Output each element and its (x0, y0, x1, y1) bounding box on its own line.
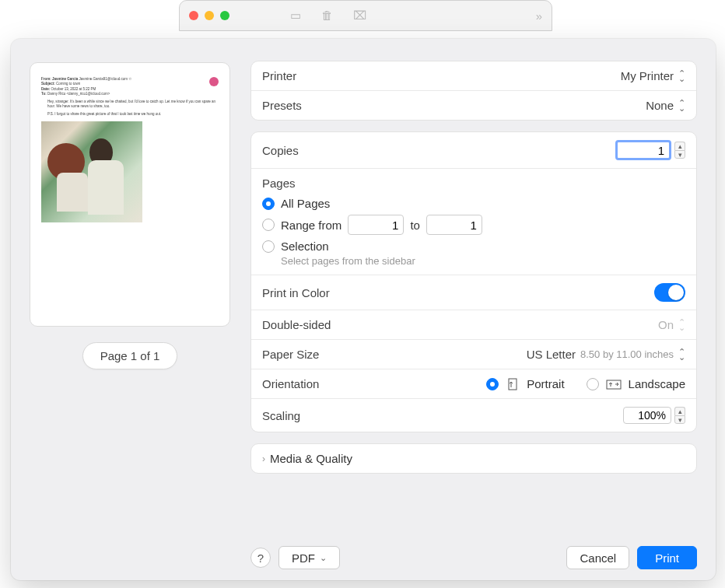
chevron-updown-icon: ⌃⌄ (678, 349, 685, 360)
presets-popup[interactable]: None ⌃⌄ (646, 99, 685, 112)
printer-label: Printer (262, 69, 296, 82)
scaling-stepper[interactable]: ▴ ▾ (623, 407, 685, 424)
orientation-portrait-radio[interactable] (486, 378, 499, 390)
preview-photo (41, 121, 142, 222)
page-indicator: Page 1 of 1 (82, 342, 178, 369)
double-sided-popup[interactable]: On ⌃⌄ (658, 318, 685, 331)
dialog-footer: ? PDF ⌄ Cancel Print (250, 537, 697, 569)
stepper-down-icon[interactable]: ▾ (674, 150, 685, 159)
print-color-toggle[interactable] (654, 283, 685, 302)
pages-range-radio[interactable] (262, 219, 275, 231)
copies-stepper[interactable]: ▴ ▾ (615, 140, 685, 160)
landscape-icon (605, 378, 622, 390)
orientation-landscape-radio[interactable] (587, 378, 599, 390)
mail-window-titlebar: ▭ 🗑 ⌧ » (179, 0, 552, 31)
paper-size-popup[interactable]: US Letter 8.50 by 11.00 inches ⌃⌄ (527, 348, 685, 361)
svg-rect-0 (509, 379, 517, 390)
printer-popup[interactable]: My Printer ⌃⌄ (621, 69, 685, 82)
print-settings-pane: Printer My Printer ⌃⌄ Presets None ⌃⌄ Co… (249, 39, 716, 580)
stepper-up-icon[interactable]: ▴ (674, 407, 685, 415)
scaling-input[interactable] (623, 407, 671, 424)
chevron-updown-icon: ⌃⌄ (678, 100, 685, 111)
chevron-updown-icon: ⌃⌄ (678, 71, 685, 82)
pages-selection-radio[interactable] (262, 240, 275, 253)
paper-size-label: Paper Size (262, 348, 319, 361)
zoom-window-icon[interactable] (220, 11, 229, 20)
copies-input[interactable] (615, 140, 671, 160)
range-from-input[interactable] (348, 215, 404, 235)
copies-label: Copies (262, 144, 299, 157)
cancel-button[interactable]: Cancel (566, 546, 629, 569)
pages-all-label: All Pages (281, 197, 330, 210)
presets-label: Presets (262, 99, 302, 112)
range-to-input[interactable] (426, 215, 482, 235)
archive-icon: ▭ (290, 9, 301, 23)
scaling-label: Scaling (262, 409, 300, 422)
pages-range-label: Range from (281, 219, 341, 232)
print-button[interactable]: Print (637, 546, 697, 569)
print-color-label: Print in Color (262, 286, 330, 299)
orientation-portrait-label: Portrait (527, 377, 564, 390)
chevron-down-icon: ⌄ (320, 553, 327, 563)
svg-rect-1 (607, 380, 621, 389)
stepper-up-icon[interactable]: ▴ (674, 142, 685, 150)
range-to-label: to (410, 219, 420, 232)
pdf-menu-button[interactable]: PDF ⌄ (278, 546, 340, 569)
avatar (209, 77, 219, 86)
chevron-updown-icon: ⌃⌄ (678, 320, 685, 331)
junk-icon: ⌧ (353, 9, 366, 23)
pages-selection-label: Selection (281, 240, 329, 253)
print-dialog: From: Jasmine Garcia Jasmine.Garcia91@ic… (11, 39, 716, 580)
portrait-icon (505, 378, 520, 390)
print-preview-page: From: Jasmine Garcia Jasmine.Garcia91@ic… (30, 62, 230, 327)
pages-selection-hint: Select pages from the sidebar (262, 255, 685, 267)
chevron-right-icon: › (262, 453, 265, 464)
orientation-label: Orientation (262, 377, 319, 390)
print-preview-pane: From: Jasmine Garcia Jasmine.Garcia91@ic… (11, 39, 249, 580)
stepper-down-icon[interactable]: ▾ (674, 415, 685, 424)
orientation-landscape-label: Landscape (629, 377, 685, 390)
overflow-icon: » (536, 9, 542, 23)
double-sided-label: Double-sided (262, 318, 331, 331)
pages-label: Pages (262, 177, 685, 190)
minimize-window-icon[interactable] (205, 11, 214, 20)
close-window-icon[interactable] (189, 11, 198, 20)
media-quality-disclosure[interactable]: › Media & Quality (251, 444, 696, 473)
preview-document: From: Jasmine Garcia Jasmine.Garcia91@ic… (41, 77, 219, 312)
pages-all-radio[interactable] (262, 198, 275, 210)
trash-icon: 🗑 (321, 9, 333, 23)
help-button[interactable]: ? (250, 548, 271, 568)
traffic-lights[interactable] (189, 11, 229, 20)
